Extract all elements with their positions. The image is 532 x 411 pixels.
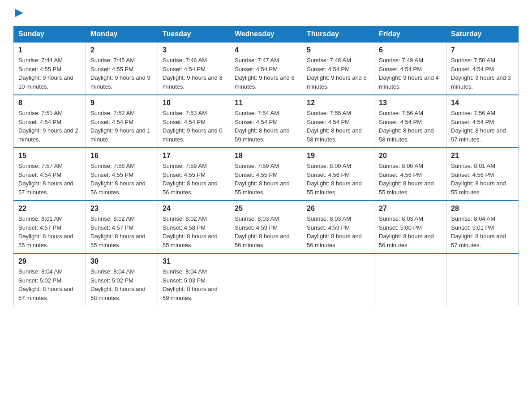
day-info: Sunrise: 7:53 AMSunset: 4:54 PMDaylight:…: [163, 109, 225, 144]
day-info: Sunrise: 7:47 AMSunset: 4:54 PMDaylight:…: [235, 56, 297, 91]
day-number: 2: [90, 46, 153, 54]
day-number: 11: [235, 99, 297, 107]
calendar-cell: 17 Sunrise: 7:59 AMSunset: 4:55 PMDaylig…: [158, 148, 230, 201]
day-number: 29: [18, 257, 81, 265]
day-info: Sunrise: 7:45 AMSunset: 4:55 PMDaylight:…: [90, 56, 153, 91]
day-number: 25: [235, 205, 297, 213]
day-info: Sunrise: 8:04 AMSunset: 5:03 PMDaylight:…: [163, 267, 225, 302]
day-info: Sunrise: 7:55 AMSunset: 4:54 PMDaylight:…: [307, 109, 369, 144]
calendar-cell: 24 Sunrise: 8:02 AMSunset: 4:58 PMDaylig…: [158, 201, 230, 253]
weekday-header-thursday: Thursday: [302, 26, 374, 43]
calendar-cell: 25 Sunrise: 8:03 AMSunset: 4:59 PMDaylig…: [230, 201, 302, 253]
calendar-week-row: 29 Sunrise: 8:04 AMSunset: 5:02 PMDaylig…: [14, 253, 519, 306]
day-info: Sunrise: 7:56 AMSunset: 4:54 PMDaylight:…: [451, 109, 514, 144]
day-number: 20: [379, 152, 442, 160]
day-number: 19: [307, 152, 369, 160]
calendar-cell: 6 Sunrise: 7:49 AMSunset: 4:54 PMDayligh…: [374, 42, 446, 95]
day-info: Sunrise: 7:51 AMSunset: 4:54 PMDaylight:…: [18, 109, 81, 144]
day-number: 22: [18, 205, 81, 213]
calendar-cell: 26 Sunrise: 8:03 AMSunset: 4:59 PMDaylig…: [302, 201, 374, 253]
day-number: 23: [90, 205, 153, 213]
calendar-cell: [230, 253, 302, 306]
day-info: Sunrise: 8:00 AMSunset: 4:56 PMDaylight:…: [379, 162, 442, 197]
day-info: Sunrise: 7:54 AMSunset: 4:54 PMDaylight:…: [235, 109, 297, 144]
day-number: 27: [379, 205, 442, 213]
day-number: 26: [307, 205, 369, 213]
day-number: 6: [379, 46, 442, 54]
day-info: Sunrise: 7:58 AMSunset: 4:55 PMDaylight:…: [90, 162, 153, 197]
day-number: 3: [163, 46, 225, 54]
day-number: 12: [307, 99, 369, 107]
weekday-header-monday: Monday: [86, 26, 158, 43]
day-info: Sunrise: 8:02 AMSunset: 4:57 PMDaylight:…: [90, 214, 153, 249]
calendar-cell: 10 Sunrise: 7:53 AMSunset: 4:54 PMDaylig…: [158, 95, 230, 148]
day-number: 5: [307, 46, 369, 54]
calendar-cell: 9 Sunrise: 7:52 AMSunset: 4:54 PMDayligh…: [86, 95, 158, 148]
day-info: Sunrise: 8:00 AMSunset: 4:56 PMDaylight:…: [307, 162, 369, 197]
day-info: Sunrise: 7:50 AMSunset: 4:54 PMDaylight:…: [451, 56, 514, 91]
calendar-cell: [302, 253, 374, 306]
calendar-cell: 23 Sunrise: 8:02 AMSunset: 4:57 PMDaylig…: [86, 201, 158, 253]
day-number: 8: [18, 99, 81, 107]
calendar-cell: 27 Sunrise: 8:03 AMSunset: 5:00 PMDaylig…: [374, 201, 446, 253]
calendar-cell: 18 Sunrise: 7:59 AMSunset: 4:55 PMDaylig…: [230, 148, 302, 201]
calendar-cell: 22 Sunrise: 8:01 AMSunset: 4:57 PMDaylig…: [14, 201, 86, 253]
day-info: Sunrise: 8:04 AMSunset: 5:02 PMDaylight:…: [90, 267, 153, 302]
day-info: Sunrise: 7:46 AMSunset: 4:54 PMDaylight:…: [163, 56, 225, 91]
weekday-header-row: SundayMondayTuesdayWednesdayThursdayFrid…: [14, 26, 519, 43]
calendar-cell: 30 Sunrise: 8:04 AMSunset: 5:02 PMDaylig…: [86, 253, 158, 306]
calendar-cell: 8 Sunrise: 7:51 AMSunset: 4:54 PMDayligh…: [14, 95, 86, 148]
weekday-header-saturday: Saturday: [446, 26, 519, 43]
calendar-cell: 20 Sunrise: 8:00 AMSunset: 4:56 PMDaylig…: [374, 148, 446, 201]
day-info: Sunrise: 7:57 AMSunset: 4:54 PMDaylight:…: [18, 162, 81, 197]
day-number: 7: [451, 46, 514, 54]
day-info: Sunrise: 8:04 AMSunset: 5:02 PMDaylight:…: [18, 267, 81, 302]
calendar-cell: 28 Sunrise: 8:04 AMSunset: 5:01 PMDaylig…: [446, 201, 519, 253]
weekday-header-sunday: Sunday: [14, 26, 86, 43]
day-number: 15: [18, 152, 81, 160]
day-number: 13: [379, 99, 442, 107]
day-info: Sunrise: 7:59 AMSunset: 4:55 PMDaylight:…: [163, 162, 225, 197]
calendar-cell: 31 Sunrise: 8:04 AMSunset: 5:03 PMDaylig…: [158, 253, 230, 306]
calendar-cell: 11 Sunrise: 7:54 AMSunset: 4:54 PMDaylig…: [230, 95, 302, 148]
calendar-cell: 29 Sunrise: 8:04 AMSunset: 5:02 PMDaylig…: [14, 253, 86, 306]
weekday-header-friday: Friday: [374, 26, 446, 43]
day-info: Sunrise: 8:03 AMSunset: 5:00 PMDaylight:…: [379, 214, 442, 249]
day-info: Sunrise: 8:03 AMSunset: 4:59 PMDaylight:…: [235, 214, 297, 249]
day-number: 1: [18, 46, 81, 54]
day-number: 21: [451, 152, 514, 160]
day-number: 17: [163, 152, 225, 160]
calendar-week-row: 22 Sunrise: 8:01 AMSunset: 4:57 PMDaylig…: [14, 201, 519, 253]
day-number: 10: [163, 99, 225, 107]
calendar-cell: 1 Sunrise: 7:44 AMSunset: 4:55 PMDayligh…: [14, 42, 86, 95]
weekday-header-wednesday: Wednesday: [230, 26, 302, 43]
calendar-cell: 3 Sunrise: 7:46 AMSunset: 4:54 PMDayligh…: [158, 42, 230, 95]
day-info: Sunrise: 7:49 AMSunset: 4:54 PMDaylight:…: [379, 56, 442, 91]
calendar-cell: 4 Sunrise: 7:47 AMSunset: 4:54 PMDayligh…: [230, 42, 302, 95]
day-info: Sunrise: 7:59 AMSunset: 4:55 PMDaylight:…: [235, 162, 297, 197]
day-info: Sunrise: 8:04 AMSunset: 5:01 PMDaylight:…: [451, 214, 514, 249]
day-number: 28: [451, 205, 514, 213]
calendar-cell: 16 Sunrise: 7:58 AMSunset: 4:55 PMDaylig…: [86, 148, 158, 201]
calendar-cell: 21 Sunrise: 8:01 AMSunset: 4:56 PMDaylig…: [446, 148, 519, 201]
calendar-cell: 13 Sunrise: 7:56 AMSunset: 4:54 PMDaylig…: [374, 95, 446, 148]
day-number: 16: [90, 152, 153, 160]
day-info: Sunrise: 7:56 AMSunset: 4:54 PMDaylight:…: [379, 109, 442, 144]
day-number: 4: [235, 46, 297, 54]
day-info: Sunrise: 7:48 AMSunset: 4:54 PMDaylight:…: [307, 56, 369, 91]
calendar-cell: 12 Sunrise: 7:55 AMSunset: 4:54 PMDaylig…: [302, 95, 374, 148]
calendar-cell: [374, 253, 446, 306]
calendar-cell: 19 Sunrise: 8:00 AMSunset: 4:56 PMDaylig…: [302, 148, 374, 201]
calendar-cell: 15 Sunrise: 7:57 AMSunset: 4:54 PMDaylig…: [14, 148, 86, 201]
page-header: [13, 9, 519, 17]
day-info: Sunrise: 7:44 AMSunset: 4:55 PMDaylight:…: [18, 56, 81, 91]
calendar-cell: 7 Sunrise: 7:50 AMSunset: 4:54 PMDayligh…: [446, 42, 519, 95]
day-number: 24: [163, 205, 225, 213]
day-info: Sunrise: 8:03 AMSunset: 4:59 PMDaylight:…: [307, 214, 369, 249]
calendar-cell: [446, 253, 519, 306]
day-number: 31: [163, 257, 225, 265]
logo-arrow-icon: [15, 9, 23, 17]
svg-marker-0: [15, 9, 23, 17]
calendar-week-row: 8 Sunrise: 7:51 AMSunset: 4:54 PMDayligh…: [14, 95, 519, 148]
day-info: Sunrise: 7:52 AMSunset: 4:54 PMDaylight:…: [90, 109, 153, 144]
